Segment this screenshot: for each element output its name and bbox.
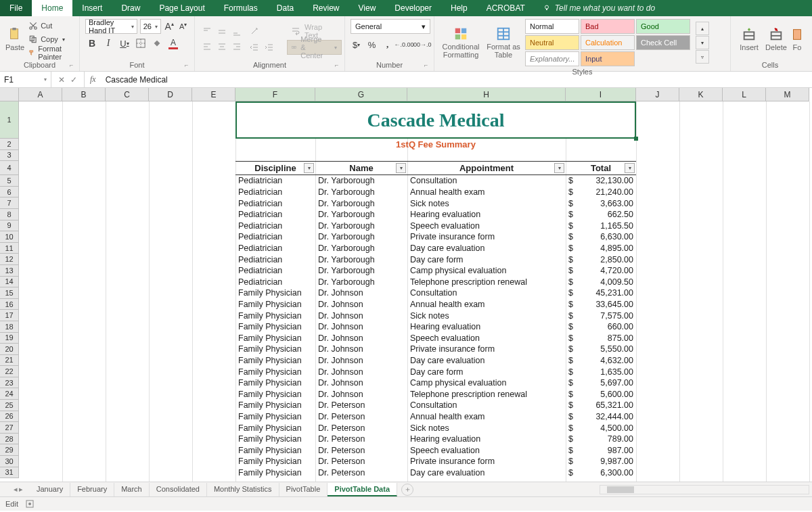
tab-help[interactable]: Help: [441, 0, 477, 16]
column-header-F[interactable]: F: [235, 88, 315, 101]
cell-currency[interactable]: $: [568, 333, 577, 344]
subtitle-cell[interactable]: 1stQ Fee Summary: [235, 139, 636, 150]
cell-appointment[interactable]: Sick notes: [410, 422, 566, 434]
cell-discipline[interactable]: Pediatrician: [238, 231, 315, 243]
sheet-tab-pivottable-data[interactable]: PivotTable Data: [328, 483, 397, 496]
row-header-11[interactable]: 11: [0, 243, 19, 254]
cell-appointment[interactable]: Hearing evaluation: [410, 434, 566, 445]
cell-total[interactable]: 3,663.00: [577, 197, 636, 209]
cell-name[interactable]: Dr. Johnson: [318, 333, 407, 344]
row-header-6[interactable]: 6: [0, 187, 19, 198]
increase-font-button[interactable]: A▴: [164, 20, 175, 33]
font-launcher[interactable]: ⌐: [185, 62, 193, 70]
cell-discipline[interactable]: Family Physician: [238, 333, 315, 344]
row-header-2[interactable]: 2: [0, 139, 19, 150]
cell-name[interactable]: Dr. Yarborough: [318, 243, 407, 254]
tab-review[interactable]: Review: [303, 0, 348, 16]
cell-total[interactable]: 1,635.00: [577, 366, 636, 377]
cell-appointment[interactable]: Telephone prescription renewal: [410, 277, 566, 288]
column-header-L[interactable]: L: [723, 88, 766, 101]
cell-total[interactable]: 6,630.00: [577, 231, 636, 243]
row-header-7[interactable]: 7: [0, 197, 19, 209]
cell-total[interactable]: 7,575.00: [577, 310, 636, 321]
cell-discipline[interactable]: Pediatrician: [238, 254, 315, 265]
cell-total[interactable]: 65,321.00: [577, 400, 636, 411]
tab-insert[interactable]: Insert: [72, 0, 112, 16]
cell-currency[interactable]: $: [568, 467, 577, 479]
cell-name[interactable]: Dr. Peterson: [318, 411, 407, 423]
cell-discipline[interactable]: Family Physician: [238, 445, 315, 457]
row-header-3[interactable]: 3: [0, 150, 19, 162]
cell-appointment[interactable]: Annual health exam: [410, 299, 566, 310]
column-header-I[interactable]: I: [566, 88, 636, 101]
border-button[interactable]: [134, 37, 148, 50]
row-header-31[interactable]: 31: [0, 467, 19, 479]
tab-data[interactable]: Data: [267, 0, 303, 16]
cell-currency[interactable]: $: [568, 321, 577, 333]
cell-currency[interactable]: $: [568, 366, 577, 377]
column-header-A[interactable]: A: [19, 88, 62, 101]
conditional-formatting-button[interactable]: Conditional Formatting: [440, 24, 482, 62]
cell-currency[interactable]: $: [568, 277, 577, 288]
cell-appointment[interactable]: Private insurance form: [410, 231, 566, 243]
merge-center-button[interactable]: Merge & Center▾: [287, 40, 342, 55]
sheet-nav-last[interactable]: ▸: [19, 485, 23, 494]
cell-currency[interactable]: $: [568, 175, 577, 187]
cell-appointment[interactable]: Speech evaluation: [410, 220, 566, 232]
percent-button[interactable]: %: [366, 38, 378, 51]
cell-discipline[interactable]: Family Physician: [238, 355, 315, 367]
copy-button[interactable]: Copy▾: [28, 33, 74, 45]
cell-discipline[interactable]: Family Physician: [238, 287, 315, 299]
tab-draw[interactable]: Draw: [112, 0, 150, 16]
cell-currency[interactable]: $: [568, 287, 577, 299]
styles-more[interactable]: ▿: [696, 50, 709, 64]
header-discipline[interactable]: Discipline▾: [235, 161, 315, 175]
cancel-icon[interactable]: ✕: [58, 75, 65, 85]
cell-appointment[interactable]: Telephone prescription renewal: [410, 389, 566, 400]
cell-appointment[interactable]: Consultation: [410, 400, 566, 411]
cell-currency[interactable]: $: [568, 355, 577, 367]
cell-appointment[interactable]: Hearing evaluation: [410, 321, 566, 333]
cell-total[interactable]: 6,300.00: [577, 467, 636, 479]
cell-currency[interactable]: $: [568, 231, 577, 243]
cell-total[interactable]: 4,632.00: [577, 355, 636, 367]
format-cells-button[interactable]: Fo: [790, 20, 804, 58]
cell-total[interactable]: 789.00: [577, 434, 636, 445]
horizontal-scrollbar[interactable]: [600, 485, 809, 494]
format-as-table-button[interactable]: Format as Table: [486, 24, 521, 62]
row-header-28[interactable]: 28: [0, 434, 19, 445]
sheet-nav-first[interactable]: ◂: [14, 485, 18, 494]
row-header-26[interactable]: 26: [0, 411, 19, 423]
decrease-font-button[interactable]: A▾: [177, 20, 189, 33]
row-header-30[interactable]: 30: [0, 456, 19, 467]
cell-appointment[interactable]: Sick notes: [410, 197, 566, 209]
select-all-corner[interactable]: [0, 88, 19, 101]
cell-discipline[interactable]: Family Physician: [238, 434, 315, 445]
cell-currency[interactable]: $: [568, 187, 577, 198]
filter-discipline[interactable]: ▾: [304, 163, 314, 173]
cell-currency[interactable]: $: [568, 243, 577, 254]
cut-button[interactable]: Cut: [28, 20, 74, 32]
decrease-decimal-button[interactable]: .00→.0: [415, 38, 428, 51]
cell-appointment[interactable]: Consultation: [410, 287, 566, 299]
cell-appointment[interactable]: Day care evaluation: [410, 467, 566, 479]
italic-button[interactable]: I: [102, 37, 115, 50]
column-header-E[interactable]: E: [192, 88, 235, 101]
comma-button[interactable]: ,: [382, 38, 393, 51]
cell-total[interactable]: 4,895.00: [577, 243, 636, 254]
header-name[interactable]: Name▾: [315, 161, 407, 175]
cell-name[interactable]: Dr. Johnson: [318, 366, 407, 377]
style-explanatory[interactable]: Explanatory...: [525, 51, 579, 66]
row-header-22[interactable]: 22: [0, 366, 19, 377]
column-header-J[interactable]: J: [636, 88, 679, 101]
cell-currency[interactable]: $: [568, 265, 577, 277]
cell-currency[interactable]: $: [568, 209, 577, 220]
font-name-combo[interactable]: Bradley Hand IT▾: [85, 19, 137, 34]
format-painter-button[interactable]: Format Painter: [28, 47, 74, 59]
cell-discipline[interactable]: Family Physician: [238, 400, 315, 411]
font-size-combo[interactable]: 26▾: [140, 19, 161, 34]
cell-name[interactable]: Dr. Johnson: [318, 321, 407, 333]
styles-scroll-down[interactable]: ▾: [696, 36, 709, 49]
cell-name[interactable]: Dr. Johnson: [318, 310, 407, 321]
tab-page-layout[interactable]: Page Layout: [150, 0, 214, 16]
